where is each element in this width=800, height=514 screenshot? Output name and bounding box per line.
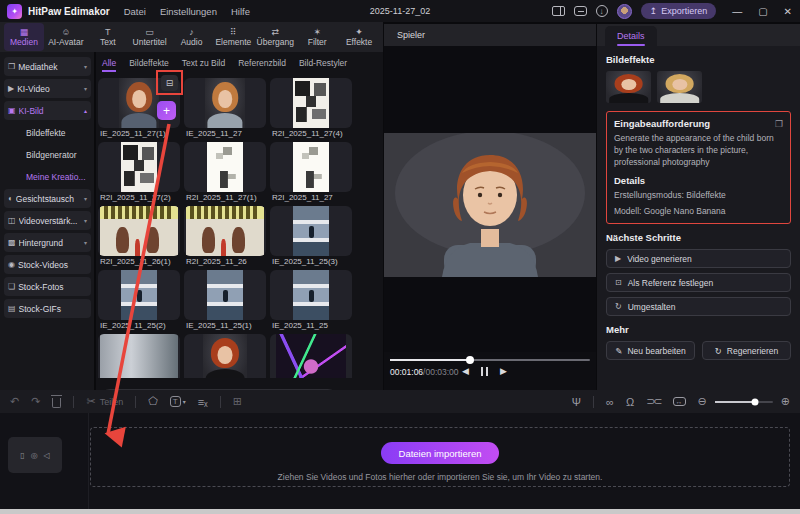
tab-uebergang[interactable]: ⇄Übergang xyxy=(255,23,295,51)
media-item[interactable]: R2I_2025_11_27(2) xyxy=(98,142,180,203)
playback-slider[interactable] xyxy=(390,356,590,364)
zoom-out-icon[interactable]: ⊖ xyxy=(698,395,707,408)
app-logo-icon: ✦ xyxy=(7,4,22,19)
sidebar-item-stock-videos[interactable]: ◉Stock-Videos xyxy=(4,255,91,274)
timeline-zoom-slider[interactable] xyxy=(715,401,773,403)
export-button[interactable]: ↥Exportieren xyxy=(641,3,717,19)
prompt-title: Eingabeaufforderung xyxy=(614,118,710,129)
zoom-knob[interactable] xyxy=(752,398,759,405)
shield-icon[interactable]: ⬠ xyxy=(148,395,158,408)
media-thumb-boy-portrait xyxy=(119,78,159,128)
copy-icon[interactable]: ❐ xyxy=(775,119,783,129)
media-item[interactable]: R2I_2025_11_27 xyxy=(270,142,352,203)
menu-hilfe[interactable]: Hilfe xyxy=(231,6,250,17)
refresh-icon: ↻ xyxy=(615,302,622,311)
media-thumb xyxy=(276,334,346,378)
media-tab-alle[interactable]: Alle xyxy=(102,58,116,72)
import-files-button[interactable]: Dateien importieren xyxy=(381,442,499,464)
playhead-knob[interactable] xyxy=(466,356,474,364)
tab-audio[interactable]: ♪Audio xyxy=(172,23,212,51)
tab-medien[interactable]: ▦Medien xyxy=(4,23,44,51)
magnet-icon[interactable]: Ω xyxy=(626,396,634,408)
media-item[interactable] xyxy=(98,334,180,378)
sidebar-item-stock-gifs[interactable]: ▤Stock-GIFs xyxy=(4,299,91,318)
sidebar-item-stock-fotos[interactable]: ❏Stock-Fotos xyxy=(4,277,91,296)
tab-untertitel[interactable]: ▭Untertitel xyxy=(130,23,170,51)
tab-text[interactable]: TText xyxy=(88,23,128,51)
tab-filter[interactable]: ✶Filter xyxy=(297,23,337,51)
menu-einstellungen[interactable]: Einstellungen xyxy=(160,6,217,17)
media-thumb-manga xyxy=(293,78,329,128)
stock-gif-icon: ▤ xyxy=(8,304,16,313)
sidebar-subitem-meine-kreationen[interactable]: Meine Kreatio... xyxy=(4,167,90,187)
faceswap-icon: ◐ xyxy=(8,194,13,203)
maximize-button[interactable]: ▢ xyxy=(758,6,767,17)
voiceover-mic-icon[interactable]: Ψ xyxy=(572,396,581,408)
media-item[interactable]: R2I_2025_11_27(4) xyxy=(270,78,352,139)
feedback-icon[interactable] xyxy=(574,6,587,16)
sidebar-subitem-bildeffekte[interactable]: Bildeffekte xyxy=(4,123,90,143)
track-hide-icon[interactable]: ◎ xyxy=(31,451,38,460)
media-item[interactable]: IE_2025_11_25(2) xyxy=(98,270,180,331)
tab-effekte[interactable]: ✦Effekte xyxy=(339,23,379,51)
edit-again-button[interactable]: ✎Neu bearbeiten xyxy=(606,341,695,360)
media-tab-text-zu-bild[interactable]: Text zu Bild xyxy=(182,58,225,72)
link-icon[interactable]: ∞ xyxy=(606,396,614,408)
next-frame-button[interactable]: ▶ xyxy=(500,366,507,376)
media-item[interactable]: R2I_2025_11_26 xyxy=(184,206,266,267)
set-as-reference-button[interactable]: ⊡Als Referenz festlegen xyxy=(606,273,791,292)
download-icon[interactable]: ↓ xyxy=(596,5,608,17)
layout-panels-icon[interactable] xyxy=(552,6,565,16)
media-tab-referenzbild[interactable]: Referenzbild xyxy=(238,58,286,72)
sidebar-subitem-bildgenerator[interactable]: Bildgenerator xyxy=(4,145,90,165)
user-avatar[interactable] xyxy=(617,4,632,19)
tab-ai-avatar[interactable]: ☺AI-Avatar xyxy=(46,23,86,51)
import-drop-zone[interactable]: Dateien importieren Ziehen Sie Videos un… xyxy=(90,427,790,487)
media-item[interactable]: IE_2025_11_27 xyxy=(184,78,266,139)
menu-datei[interactable]: Datei xyxy=(124,6,146,17)
media-item[interactable]: IE_2025_11_25(1) xyxy=(184,270,266,331)
effects-icon: ✦ xyxy=(355,27,363,37)
restyle-button[interactable]: ↻Umgestalten xyxy=(606,297,791,316)
sidebar-item-videoverstaerker[interactable]: ◫Videoverstärk...▾ xyxy=(4,211,91,230)
regenerate-button[interactable]: ↻Regenerieren xyxy=(702,341,791,360)
zoom-in-icon[interactable]: ⊕ xyxy=(781,395,790,408)
pause-button[interactable] xyxy=(481,367,488,376)
video-preview[interactable] xyxy=(384,46,596,352)
close-button[interactable]: ✕ xyxy=(784,6,792,17)
next-steps-title: Nächste Schritte xyxy=(606,232,791,243)
redo-icon[interactable]: ↷ xyxy=(31,395,40,408)
minimize-button[interactable]: — xyxy=(732,6,742,17)
media-item[interactable]: R2I_2025_11_26(1) xyxy=(98,206,180,267)
text-tool-button[interactable]: T▾ xyxy=(170,396,186,407)
media-tab-bild-restyler[interactable]: Bild-Restyler xyxy=(299,58,347,72)
delete-icon[interactable] xyxy=(52,396,61,408)
tab-elemente[interactable]: ⠿Elemente xyxy=(213,23,253,51)
undo-icon[interactable]: ↶ xyxy=(10,395,19,408)
media-tab-bildeffekte[interactable]: Bildeffekte xyxy=(129,58,169,72)
source-thumb-blonde[interactable] xyxy=(657,71,702,103)
sidebar-item-ki-video[interactable]: ▶KI-Video▾ xyxy=(4,79,91,98)
sidebar-item-hintergrund[interactable]: ▩Hintergrund▾ xyxy=(4,233,91,252)
media-item[interactable] xyxy=(270,334,352,378)
media-item[interactable]: R2I_2025_11_27(1) xyxy=(184,142,266,203)
split-button[interactable]: ✂Teilen xyxy=(86,395,123,408)
sidebar-item-mediathek[interactable]: ❒Mediathek▾ xyxy=(4,57,91,76)
fit-timeline-icon[interactable]: ↔ xyxy=(673,397,686,406)
track-mute-icon[interactable]: ◁ xyxy=(44,451,50,460)
delete-empty-tracks-icon[interactable]: ≡ₓ xyxy=(198,396,208,408)
source-thumb-woman[interactable] xyxy=(606,71,651,103)
previous-frame-button[interactable]: ◀ xyxy=(462,366,469,376)
media-thumb-pair xyxy=(100,206,178,256)
media-item[interactable]: IE_2025_11_25(3) xyxy=(270,206,352,267)
sidebar-item-gesichtstausch[interactable]: ◐Gesichtstausch▾ xyxy=(4,189,91,208)
sidebar-item-ki-bild[interactable]: ▣KI-Bild▴ xyxy=(4,101,91,120)
add-to-timeline-button[interactable]: + xyxy=(157,101,176,120)
add-to-frame-icon[interactable]: ⊞ xyxy=(233,395,242,408)
unlink-icon[interactable]: ⊃⊂ xyxy=(646,395,660,408)
media-item[interactable] xyxy=(184,334,266,378)
generate-video-button[interactable]: ▶Video generieren xyxy=(606,249,791,268)
media-item[interactable]: IE_2025_11_25 xyxy=(270,270,352,331)
tab-details[interactable]: Details xyxy=(605,26,657,46)
track-film-icon[interactable]: ▯ xyxy=(20,451,24,460)
